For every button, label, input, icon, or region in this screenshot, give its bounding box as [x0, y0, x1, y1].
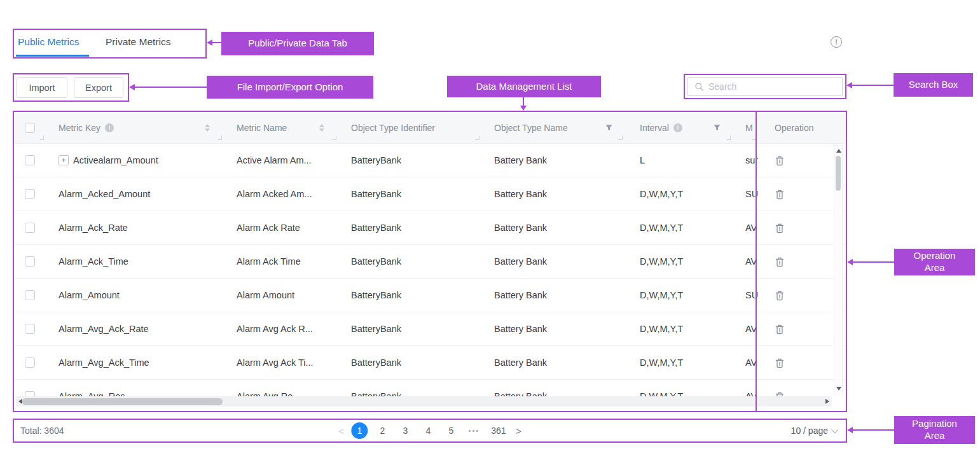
- page-number[interactable]: 3: [397, 422, 413, 439]
- tab-private-metrics[interactable]: Private Metrics: [106, 36, 171, 48]
- object-type-name-cell: Battery Bank: [481, 256, 625, 267]
- interval-header-label: Interval: [640, 123, 669, 133]
- delete-icon[interactable]: [775, 290, 785, 301]
- filter-icon[interactable]: [713, 123, 721, 132]
- measure-method-cell: AV: [733, 223, 758, 233]
- row-checkbox[interactable]: [25, 357, 35, 368]
- table-header-row: Metric Key i Metric Name Object Type Ide…: [14, 112, 846, 144]
- page-number[interactable]: 4: [420, 422, 436, 439]
- tab-public-metrics[interactable]: Public Metrics: [18, 36, 79, 48]
- annotation-arrowhead: [846, 82, 852, 88]
- metric-key-cell: Alarm_Acked_Amount: [59, 189, 150, 199]
- scroll-down-icon[interactable]: [836, 387, 841, 391]
- row-checkbox[interactable]: [25, 189, 35, 199]
- page-number[interactable]: 2: [374, 422, 390, 439]
- annotation-label-list: Data Management List: [447, 76, 601, 97]
- search-box[interactable]: [687, 77, 843, 96]
- active-tab-underline: [16, 55, 89, 57]
- column-header-metric-name[interactable]: Metric Name: [224, 112, 338, 143]
- object-type-name-cell: Battery Bank: [481, 290, 625, 300]
- annotation-arrowhead: [207, 39, 212, 46]
- table-row: + Activealarm_Amount Active Alarm Am... …: [14, 144, 846, 177]
- metric-key-cell: Alarm_Amount: [59, 290, 120, 300]
- metric-key-cell: Activealarm_Amount: [73, 155, 158, 165]
- import-button[interactable]: Import: [17, 77, 67, 98]
- object-type-identifier-cell: BatteryBank: [338, 223, 481, 233]
- interval-cell: D,W,M,Y,T: [625, 324, 733, 334]
- vertical-scrollbar[interactable]: [834, 145, 843, 394]
- page-number[interactable]: •••: [466, 422, 482, 439]
- column-header-interval[interactable]: Interval i: [625, 112, 733, 143]
- page-number[interactable]: 1: [351, 422, 368, 439]
- select-all-checkbox[interactable]: [25, 123, 35, 133]
- measure-method-header-label: M: [745, 123, 753, 133]
- object-type-identifier-cell: BatteryBank: [338, 324, 481, 334]
- interval-cell: D,W,M,Y,T: [625, 290, 733, 300]
- annotation-label-pagination: Pagination Area: [894, 416, 975, 444]
- delete-icon[interactable]: [775, 189, 785, 200]
- info-circle-icon[interactable]: !: [831, 36, 842, 48]
- delete-icon[interactable]: [775, 223, 785, 233]
- metric-name-cell: Alarm Avg Ack R...: [224, 324, 338, 334]
- annotation-arrowhead: [520, 106, 527, 111]
- scroll-up-icon[interactable]: [836, 149, 841, 153]
- object-type-identifier-cell: BatteryBank: [338, 155, 481, 165]
- delete-icon[interactable]: [775, 256, 785, 267]
- annotation-label-tab: Public/Private Data Tab: [221, 32, 374, 55]
- object-type-identifier-cell: BatteryBank: [338, 189, 481, 199]
- annotation-arrowhead: [847, 427, 853, 433]
- table-row: Alarm_Acked_Amount Alarm Acked Am... Bat…: [14, 177, 846, 211]
- measure-method-cell: AV: [733, 357, 758, 368]
- expand-icon[interactable]: +: [59, 155, 69, 165]
- row-checkbox[interactable]: [25, 290, 35, 300]
- annotation-label-operation: Operation Area: [894, 249, 975, 275]
- info-icon[interactable]: i: [105, 123, 114, 132]
- horizontal-scrollbar[interactable]: [16, 396, 832, 406]
- info-icon[interactable]: i: [673, 123, 682, 132]
- scroll-right-icon[interactable]: [825, 399, 829, 404]
- table-row: Alarm_Avg_Ack_Rate Alarm Avg Ack R... Ba…: [14, 312, 846, 346]
- horizontal-scrollbar-thumb[interactable]: [22, 398, 223, 405]
- metric-name-cell: Alarm Ack Rate: [224, 223, 338, 233]
- column-header-object-type-name[interactable]: Object Type Name: [481, 112, 625, 143]
- previous-page-button[interactable]: <: [334, 422, 348, 439]
- table-row: Alarm_Ack_Rate Alarm Ack Rate BatteryBan…: [14, 211, 846, 245]
- page-number[interactable]: 5: [443, 422, 459, 439]
- object-type-name-cell: Battery Bank: [481, 189, 625, 199]
- delete-icon[interactable]: [775, 324, 785, 335]
- annotation-arrow-line: [135, 87, 207, 88]
- annotation-label-search: Search Box: [894, 73, 973, 97]
- row-checkbox[interactable]: [25, 155, 35, 165]
- object-type-identifier-cell: BatteryBank: [338, 290, 481, 300]
- annotation-arrow-line: [523, 97, 524, 106]
- search-input[interactable]: [708, 81, 836, 92]
- column-header-metric-key[interactable]: Metric Key i: [46, 112, 224, 143]
- table-body: + Activealarm_Amount Active Alarm Am... …: [14, 144, 846, 411]
- export-button[interactable]: Export: [74, 77, 123, 98]
- metric-key-cell: Alarm_Avg_Ack_Rate: [59, 324, 149, 334]
- search-icon: [694, 82, 704, 92]
- sort-icon[interactable]: [205, 124, 210, 132]
- sort-icon[interactable]: [319, 124, 324, 132]
- metric-key-header-label: Metric Key: [59, 123, 100, 133]
- filter-icon[interactable]: [605, 123, 613, 132]
- object-type-identifier-cell: BatteryBank: [338, 357, 481, 368]
- page-number[interactable]: 361: [488, 422, 508, 439]
- delete-icon[interactable]: [775, 357, 785, 368]
- delete-icon[interactable]: [775, 155, 785, 166]
- data-management-table: Metric Key i Metric Name Object Type Ide…: [14, 112, 846, 411]
- measure-method-cell: sum: [733, 155, 758, 165]
- page-size-selector[interactable]: 10 / page: [791, 420, 838, 441]
- annotation-arrow-line: [853, 261, 894, 263]
- measure-method-cell: SU: [733, 290, 758, 300]
- row-checkbox[interactable]: [25, 256, 35, 267]
- column-header-measure-method-truncated: M: [733, 112, 758, 143]
- pagination-pages: 12345•••361: [348, 422, 511, 439]
- metric-name-cell: Alarm Avg Ack Ti...: [224, 357, 338, 368]
- row-checkbox[interactable]: [25, 223, 35, 233]
- next-page-button[interactable]: >: [512, 422, 526, 439]
- object-type-identifier-cell: BatteryBank: [338, 256, 481, 267]
- vertical-scrollbar-thumb[interactable]: [836, 156, 841, 191]
- row-checkbox[interactable]: [25, 324, 35, 334]
- object-type-name-cell: Battery Bank: [481, 324, 625, 334]
